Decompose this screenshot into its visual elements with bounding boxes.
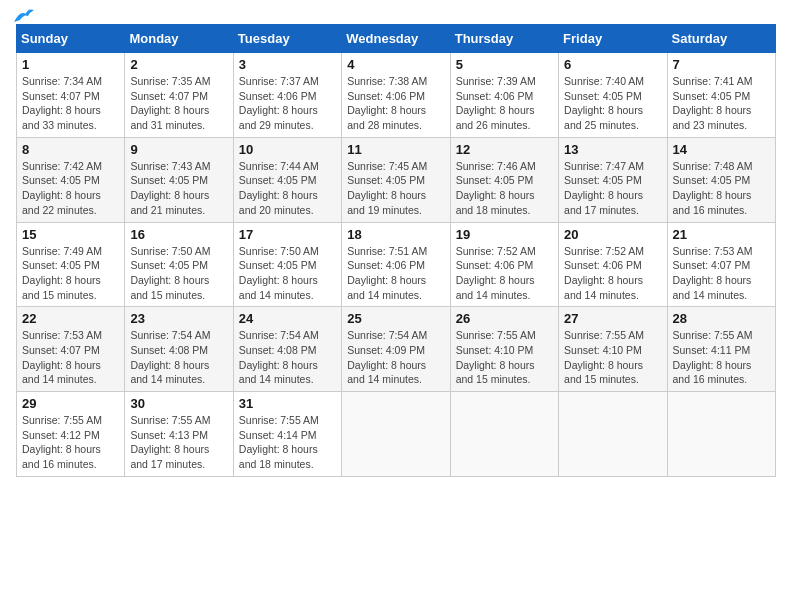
weekday-header: Tuesday (233, 25, 341, 53)
calendar-day-cell: 22Sunrise: 7:53 AMSunset: 4:07 PMDayligh… (17, 307, 125, 392)
calendar-day-cell (342, 392, 450, 477)
day-number: 9 (130, 142, 227, 157)
calendar-day-cell: 21Sunrise: 7:53 AMSunset: 4:07 PMDayligh… (667, 222, 775, 307)
day-number: 28 (673, 311, 770, 326)
calendar-day-cell (559, 392, 667, 477)
calendar-day-cell: 30Sunrise: 7:55 AMSunset: 4:13 PMDayligh… (125, 392, 233, 477)
calendar-week-row: 22Sunrise: 7:53 AMSunset: 4:07 PMDayligh… (17, 307, 776, 392)
day-number: 7 (673, 57, 770, 72)
day-details: Sunrise: 7:54 AMSunset: 4:09 PMDaylight:… (347, 329, 427, 385)
day-details: Sunrise: 7:55 AMSunset: 4:13 PMDaylight:… (130, 414, 210, 470)
day-details: Sunrise: 7:55 AMSunset: 4:10 PMDaylight:… (456, 329, 536, 385)
calendar-day-cell: 24Sunrise: 7:54 AMSunset: 4:08 PMDayligh… (233, 307, 341, 392)
day-details: Sunrise: 7:40 AMSunset: 4:05 PMDaylight:… (564, 75, 644, 131)
calendar-day-cell (450, 392, 558, 477)
day-details: Sunrise: 7:48 AMSunset: 4:05 PMDaylight:… (673, 160, 753, 216)
day-number: 13 (564, 142, 661, 157)
calendar-day-cell: 1Sunrise: 7:34 AMSunset: 4:07 PMDaylight… (17, 53, 125, 138)
calendar-day-cell: 5Sunrise: 7:39 AMSunset: 4:06 PMDaylight… (450, 53, 558, 138)
day-details: Sunrise: 7:41 AMSunset: 4:05 PMDaylight:… (673, 75, 753, 131)
day-details: Sunrise: 7:45 AMSunset: 4:05 PMDaylight:… (347, 160, 427, 216)
day-details: Sunrise: 7:55 AMSunset: 4:12 PMDaylight:… (22, 414, 102, 470)
weekday-header: Thursday (450, 25, 558, 53)
day-number: 4 (347, 57, 444, 72)
day-number: 23 (130, 311, 227, 326)
calendar-day-cell: 19Sunrise: 7:52 AMSunset: 4:06 PMDayligh… (450, 222, 558, 307)
day-details: Sunrise: 7:44 AMSunset: 4:05 PMDaylight:… (239, 160, 319, 216)
day-number: 12 (456, 142, 553, 157)
calendar-day-cell: 7Sunrise: 7:41 AMSunset: 4:05 PMDaylight… (667, 53, 775, 138)
calendar-day-cell: 23Sunrise: 7:54 AMSunset: 4:08 PMDayligh… (125, 307, 233, 392)
calendar-day-cell: 17Sunrise: 7:50 AMSunset: 4:05 PMDayligh… (233, 222, 341, 307)
day-number: 8 (22, 142, 119, 157)
day-details: Sunrise: 7:43 AMSunset: 4:05 PMDaylight:… (130, 160, 210, 216)
day-details: Sunrise: 7:54 AMSunset: 4:08 PMDaylight:… (239, 329, 319, 385)
day-number: 3 (239, 57, 336, 72)
day-number: 31 (239, 396, 336, 411)
day-details: Sunrise: 7:50 AMSunset: 4:05 PMDaylight:… (239, 245, 319, 301)
day-number: 26 (456, 311, 553, 326)
day-details: Sunrise: 7:47 AMSunset: 4:05 PMDaylight:… (564, 160, 644, 216)
day-number: 29 (22, 396, 119, 411)
day-number: 22 (22, 311, 119, 326)
day-number: 27 (564, 311, 661, 326)
day-number: 18 (347, 227, 444, 242)
calendar-day-cell: 27Sunrise: 7:55 AMSunset: 4:10 PMDayligh… (559, 307, 667, 392)
logo-bird-icon (12, 8, 34, 26)
day-number: 24 (239, 311, 336, 326)
calendar-week-row: 15Sunrise: 7:49 AMSunset: 4:05 PMDayligh… (17, 222, 776, 307)
calendar-day-cell: 14Sunrise: 7:48 AMSunset: 4:05 PMDayligh… (667, 137, 775, 222)
calendar-day-cell: 29Sunrise: 7:55 AMSunset: 4:12 PMDayligh… (17, 392, 125, 477)
calendar-day-cell: 18Sunrise: 7:51 AMSunset: 4:06 PMDayligh… (342, 222, 450, 307)
calendar-day-cell: 4Sunrise: 7:38 AMSunset: 4:06 PMDaylight… (342, 53, 450, 138)
weekday-header: Wednesday (342, 25, 450, 53)
day-number: 17 (239, 227, 336, 242)
weekday-header: Saturday (667, 25, 775, 53)
calendar-day-cell: 9Sunrise: 7:43 AMSunset: 4:05 PMDaylight… (125, 137, 233, 222)
day-details: Sunrise: 7:34 AMSunset: 4:07 PMDaylight:… (22, 75, 102, 131)
calendar-week-row: 29Sunrise: 7:55 AMSunset: 4:12 PMDayligh… (17, 392, 776, 477)
day-number: 1 (22, 57, 119, 72)
day-details: Sunrise: 7:35 AMSunset: 4:07 PMDaylight:… (130, 75, 210, 131)
calendar-day-cell: 20Sunrise: 7:52 AMSunset: 4:06 PMDayligh… (559, 222, 667, 307)
calendar-day-cell: 26Sunrise: 7:55 AMSunset: 4:10 PMDayligh… (450, 307, 558, 392)
calendar-day-cell: 12Sunrise: 7:46 AMSunset: 4:05 PMDayligh… (450, 137, 558, 222)
day-number: 2 (130, 57, 227, 72)
calendar-day-cell: 15Sunrise: 7:49 AMSunset: 4:05 PMDayligh… (17, 222, 125, 307)
weekday-header: Sunday (17, 25, 125, 53)
day-number: 30 (130, 396, 227, 411)
day-details: Sunrise: 7:54 AMSunset: 4:08 PMDaylight:… (130, 329, 210, 385)
day-details: Sunrise: 7:52 AMSunset: 4:06 PMDaylight:… (564, 245, 644, 301)
calendar-day-cell: 13Sunrise: 7:47 AMSunset: 4:05 PMDayligh… (559, 137, 667, 222)
day-details: Sunrise: 7:38 AMSunset: 4:06 PMDaylight:… (347, 75, 427, 131)
day-details: Sunrise: 7:53 AMSunset: 4:07 PMDaylight:… (673, 245, 753, 301)
calendar-week-row: 1Sunrise: 7:34 AMSunset: 4:07 PMDaylight… (17, 53, 776, 138)
day-number: 11 (347, 142, 444, 157)
calendar-day-cell: 10Sunrise: 7:44 AMSunset: 4:05 PMDayligh… (233, 137, 341, 222)
calendar-day-cell: 25Sunrise: 7:54 AMSunset: 4:09 PMDayligh… (342, 307, 450, 392)
day-details: Sunrise: 7:42 AMSunset: 4:05 PMDaylight:… (22, 160, 102, 216)
weekday-header: Monday (125, 25, 233, 53)
calendar-day-cell: 16Sunrise: 7:50 AMSunset: 4:05 PMDayligh… (125, 222, 233, 307)
day-details: Sunrise: 7:37 AMSunset: 4:06 PMDaylight:… (239, 75, 319, 131)
day-details: Sunrise: 7:53 AMSunset: 4:07 PMDaylight:… (22, 329, 102, 385)
day-number: 5 (456, 57, 553, 72)
day-details: Sunrise: 7:50 AMSunset: 4:05 PMDaylight:… (130, 245, 210, 301)
day-number: 14 (673, 142, 770, 157)
day-number: 25 (347, 311, 444, 326)
weekday-header: Friday (559, 25, 667, 53)
day-number: 19 (456, 227, 553, 242)
day-number: 6 (564, 57, 661, 72)
calendar-day-cell (667, 392, 775, 477)
calendar-table: SundayMondayTuesdayWednesdayThursdayFrid… (16, 24, 776, 477)
calendar-day-cell: 11Sunrise: 7:45 AMSunset: 4:05 PMDayligh… (342, 137, 450, 222)
day-number: 21 (673, 227, 770, 242)
day-details: Sunrise: 7:55 AMSunset: 4:10 PMDaylight:… (564, 329, 644, 385)
day-details: Sunrise: 7:51 AMSunset: 4:06 PMDaylight:… (347, 245, 427, 301)
day-number: 15 (22, 227, 119, 242)
day-details: Sunrise: 7:46 AMSunset: 4:05 PMDaylight:… (456, 160, 536, 216)
calendar-day-cell: 6Sunrise: 7:40 AMSunset: 4:05 PMDaylight… (559, 53, 667, 138)
calendar-day-cell: 3Sunrise: 7:37 AMSunset: 4:06 PMDaylight… (233, 53, 341, 138)
day-details: Sunrise: 7:55 AMSunset: 4:11 PMDaylight:… (673, 329, 753, 385)
calendar-week-row: 8Sunrise: 7:42 AMSunset: 4:05 PMDaylight… (17, 137, 776, 222)
